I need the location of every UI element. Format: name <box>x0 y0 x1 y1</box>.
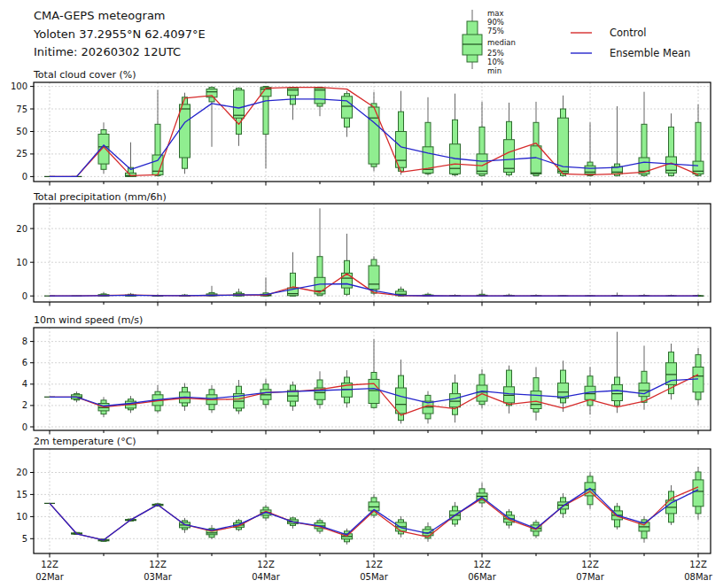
box-plot <box>260 277 271 296</box>
box-25-75 <box>693 161 704 174</box>
box-plot <box>585 368 595 415</box>
legend-label-median: median <box>487 38 516 47</box>
box-plot <box>450 502 461 527</box>
y-tick-label: 20 <box>16 468 27 477</box>
y-tick-label: 0 <box>22 422 27 432</box>
y-tick-label: 15 <box>16 490 27 499</box>
box-plot <box>342 91 353 137</box>
legend-label-90: 90% <box>487 18 504 27</box>
box-plot <box>369 339 379 408</box>
x-tick-hour-label: 12Z <box>149 560 167 569</box>
box-plot <box>531 102 541 176</box>
x-tick-hour-label: 12Z <box>581 560 599 569</box>
box-plot <box>666 344 677 399</box>
box-25-75 <box>531 391 541 409</box>
box-plot <box>639 92 649 177</box>
legend-label-min: min <box>487 66 501 75</box>
box-plot <box>206 525 217 539</box>
x-tick-hour-label: 12Z <box>257 560 275 569</box>
figure-header: CMA-GEPS meteogram Yoloten 37.2955°N 62.… <box>33 9 206 58</box>
box-plot <box>315 87 325 117</box>
box-25-75 <box>288 89 299 96</box>
x-tick-date-label: 07Mar <box>576 572 604 582</box>
box-plot <box>693 467 704 520</box>
box-plot <box>234 380 245 414</box>
box-25-75 <box>639 383 649 397</box>
box-plot <box>369 92 379 172</box>
x-tick-hour-label: 12Z <box>365 560 383 569</box>
y-tick-label: 10 <box>16 258 27 267</box>
y-tick-label: 100 <box>11 81 27 91</box>
x-tick-date-label: 05Mar <box>360 572 388 582</box>
box-25-75 <box>612 384 623 400</box>
y-tick-label: 50 <box>16 127 27 136</box>
x-tick-date-label: 02Mar <box>35 572 64 582</box>
legend-label-max: max <box>487 9 504 18</box>
x-tick-date-label: 04Mar <box>252 572 280 582</box>
y-tick-label: 5 <box>22 534 27 544</box>
box-25-75 <box>369 379 379 403</box>
y-tick-label: 2 <box>22 400 27 410</box>
10m-wind-speed-panel: 0246810m wind speed (m/s) <box>22 314 711 435</box>
line-legend: Control Ensemble Mean <box>571 27 690 59</box>
box-plot <box>180 93 190 174</box>
box-25-75 <box>234 90 245 119</box>
legend-label-10: 10% <box>487 58 504 66</box>
legend-label-25: 25% <box>487 49 504 58</box>
box-plot <box>206 286 217 296</box>
panel-title: Total precipitation (mm/6h) <box>33 191 167 203</box>
x-tick-hour-label: 12Z <box>473 560 491 569</box>
y-tick-label: 10 <box>16 512 27 522</box>
y-tick-label: 25 <box>16 149 27 159</box>
figure-inittime: Initime: 20260302 12UTC <box>34 45 181 58</box>
box-25-75 <box>369 266 379 290</box>
box-25-75 <box>504 140 515 173</box>
box-plot <box>504 103 515 176</box>
x-tick-hour-label: 12Z <box>41 560 58 569</box>
box-plot <box>315 208 325 296</box>
y-tick-label: 75 <box>16 104 27 114</box>
total-precipitation-panel: 01020Total precipitation (mm/6h) <box>16 191 711 306</box>
box-plot <box>612 332 623 414</box>
y-tick-label: 0 <box>22 172 27 182</box>
y-tick-label: 8 <box>22 337 27 346</box>
y-tick-label: 0 <box>22 291 27 301</box>
total-cloud-cover-panel: 0255075100Total cloud cover (%) <box>11 69 711 186</box>
box-legend: max 90% 75% median 25% 10% min <box>463 9 516 75</box>
ensemble-legend-label: Ensemble Mean <box>610 47 690 59</box>
panel-title: 2m temperature (°C) <box>34 436 136 447</box>
box-25-75 <box>342 97 353 118</box>
box-25-75 <box>558 118 569 173</box>
box-plot <box>234 88 245 146</box>
box-plot <box>558 360 569 412</box>
box-plot <box>288 87 299 120</box>
panel-title: Total cloud cover (%) <box>33 69 136 81</box>
x-tick-date-label: 06Mar <box>468 572 496 582</box>
figure-title: CMA-GEPS meteogram <box>34 9 166 22</box>
box-plot <box>477 483 487 507</box>
box-plot <box>639 345 649 409</box>
meteogram-figure: CMA-GEPS meteogram Yoloten 37.2955°N 62.… <box>0 0 723 588</box>
y-tick-label: 4 <box>22 379 27 389</box>
x-tick-date-label: 03Mar <box>144 572 172 582</box>
box-plot <box>666 113 677 176</box>
y-tick-label: 20 <box>16 224 27 234</box>
x-tick-date-label: 08Mar <box>684 572 712 582</box>
figure-location: Yoloten 37.2955°N 62.4097°E <box>33 27 206 41</box>
box-25-75 <box>450 394 461 407</box>
box-plot <box>558 96 569 177</box>
2m-temperature-panel: 51015202m temperature (°C) <box>16 436 711 558</box>
meteogram-chart: CMA-GEPS meteogram Yoloten 37.2955°N 62.… <box>0 0 723 588</box>
x-tick-hour-label: 12Z <box>689 560 707 569</box>
box-plot <box>260 87 271 169</box>
control-legend-label: Control <box>610 27 647 39</box>
box-25-75 <box>531 146 541 174</box>
box-25-75 <box>396 388 407 414</box>
legend-label-75: 75% <box>487 27 504 35</box>
panel-title: 10m wind speed (m/s) <box>34 314 143 326</box>
box-25-75 <box>666 363 677 385</box>
box-plot <box>612 106 623 176</box>
box-25-75 <box>180 104 190 158</box>
box-plot <box>531 368 541 421</box>
y-tick-label: 6 <box>22 358 27 368</box>
